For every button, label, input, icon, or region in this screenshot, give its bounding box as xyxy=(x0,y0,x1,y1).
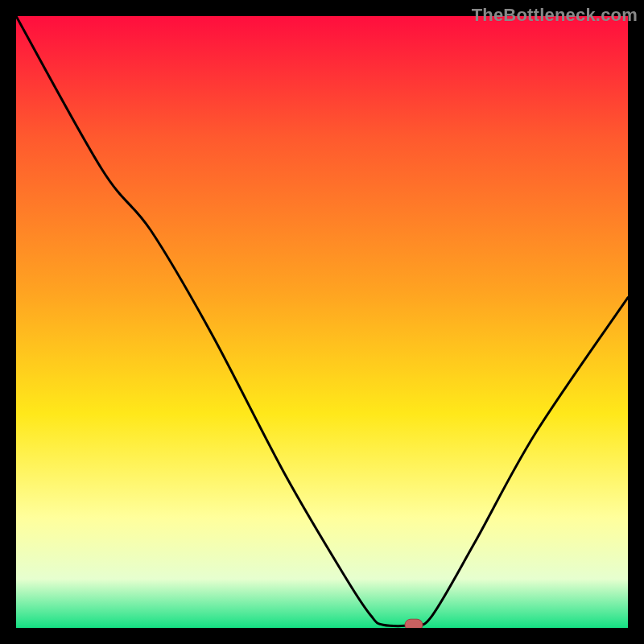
optimal-marker xyxy=(405,619,423,628)
plot-area xyxy=(16,16,628,628)
watermark-text: TheBottleneck.com xyxy=(472,5,638,26)
bottleneck-chart xyxy=(16,16,628,628)
chart-frame: TheBottleneck.com xyxy=(0,0,644,644)
